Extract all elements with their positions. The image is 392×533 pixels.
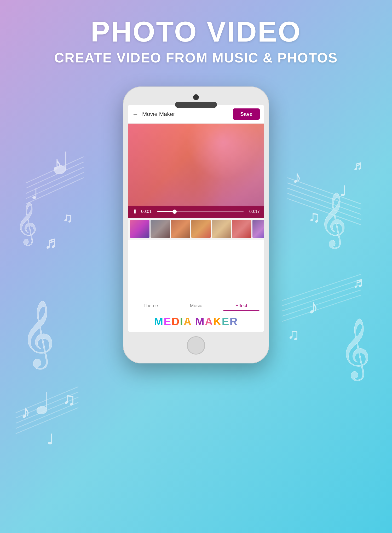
current-time: 00:01 [141, 209, 154, 214]
brand-letter-R: R [229, 315, 238, 328]
pause-button[interactable]: ⏸ [132, 208, 138, 215]
svg-text:𝄞: 𝄞 [21, 301, 55, 370]
thumbnail-strip [128, 218, 264, 240]
svg-line-35 [16, 387, 78, 413]
video-controls: ⏸ 00:01 00:17 [128, 206, 264, 218]
svg-text:♬: ♬ [353, 158, 363, 173]
svg-line-30 [282, 290, 361, 316]
thumbnail-5[interactable] [212, 220, 231, 238]
svg-line-28 [282, 280, 361, 306]
brand-letter-K: K [213, 315, 222, 328]
phone-body: ← Movie Maker Save ⏸ 00:01 00:17 [123, 86, 269, 363]
svg-line-37 [16, 397, 78, 423]
svg-line-21 [287, 193, 361, 219]
svg-text:♫: ♫ [287, 326, 299, 343]
thumbnail-1[interactable] [130, 220, 149, 238]
brand-letter-D: D [171, 315, 180, 328]
video-player: ⏸ 00:01 00:17 [128, 124, 264, 218]
save-button[interactable]: Save [233, 108, 260, 120]
svg-line-29 [282, 285, 361, 311]
brand-letter-M: M [154, 315, 164, 328]
svg-text:♪: ♪ [52, 153, 61, 174]
app-bar-title: Movie Maker [142, 111, 233, 118]
phone-screen: ← Movie Maker Save ⏸ 00:01 00:17 [128, 105, 264, 332]
tab-music[interactable]: Music [173, 299, 218, 311]
svg-line-5 [26, 157, 84, 183]
brand-letter-E2: E [222, 315, 229, 328]
total-time: 00:17 [247, 209, 260, 214]
main-title: PHOTO VIDEO [54, 16, 338, 47]
svg-text:♪: ♪ [308, 296, 318, 318]
brand-letter-E: E [164, 315, 171, 328]
svg-line-31 [282, 295, 361, 321]
tab-bar: Theme Music Effect [128, 299, 264, 311]
svg-line-38 [16, 402, 78, 428]
progress-dot [172, 210, 177, 214]
phone-camera [193, 94, 199, 100]
main-subtitle: CREATE VIDEO FROM MUSIC & PHOTOS [54, 50, 338, 66]
back-button[interactable]: ← [132, 111, 139, 118]
svg-text:♩: ♩ [31, 186, 38, 202]
thumbnail-6[interactable] [232, 220, 251, 238]
brand-letter-M2: M [195, 315, 205, 328]
svg-line-36 [16, 392, 78, 418]
phone-speaker [175, 102, 217, 108]
svg-line-7 [26, 167, 84, 193]
svg-line-22 [287, 199, 361, 225]
home-button[interactable] [187, 336, 205, 355]
progress-fill [157, 211, 175, 212]
thumbnail-3[interactable] [171, 220, 190, 238]
svg-text:♬: ♬ [353, 274, 364, 291]
svg-text:♫: ♫ [63, 390, 76, 409]
thumbnail-7[interactable] [252, 220, 264, 238]
svg-text:♩: ♩ [47, 431, 54, 447]
svg-text:𝄞: 𝄞 [16, 202, 37, 246]
brand-text: MEDIA MAKER [133, 315, 259, 328]
thumbnail-4[interactable] [191, 220, 211, 238]
svg-line-6 [26, 162, 84, 188]
svg-line-18 [287, 178, 361, 204]
svg-text:♫: ♫ [308, 208, 320, 225]
thumbnail-2[interactable] [151, 220, 170, 238]
svg-text:𝄞: 𝄞 [319, 193, 347, 249]
svg-text:♫: ♫ [63, 210, 73, 225]
svg-line-8 [26, 172, 84, 199]
svg-text:♪: ♪ [21, 402, 30, 422]
brand-letter-I: I [180, 315, 184, 328]
svg-text:♬: ♬ [44, 233, 57, 252]
svg-point-10 [54, 164, 67, 175]
progress-bar[interactable] [157, 211, 244, 212]
brand-letter-A: A [183, 315, 192, 328]
svg-line-9 [26, 178, 84, 204]
brand-letter-A2: A [205, 315, 213, 328]
svg-text:♩: ♩ [340, 183, 347, 199]
svg-point-40 [36, 405, 48, 415]
tab-theme[interactable]: Theme [128, 299, 173, 311]
svg-line-39 [16, 408, 78, 434]
video-overlay [128, 124, 264, 218]
tab-effect[interactable]: Effect [219, 299, 264, 311]
header-section: PHOTO VIDEO CREATE VIDEO FROM MUSIC & PH… [54, 16, 338, 66]
svg-text:𝄞: 𝄞 [340, 318, 371, 381]
svg-line-19 [287, 183, 361, 209]
svg-text:♪: ♪ [293, 167, 301, 187]
svg-line-20 [287, 188, 361, 214]
brand-area: MEDIA MAKER [128, 311, 264, 332]
phone-mockup: ← Movie Maker Save ⏸ 00:01 00:17 [123, 86, 269, 363]
svg-line-27 [282, 274, 361, 300]
